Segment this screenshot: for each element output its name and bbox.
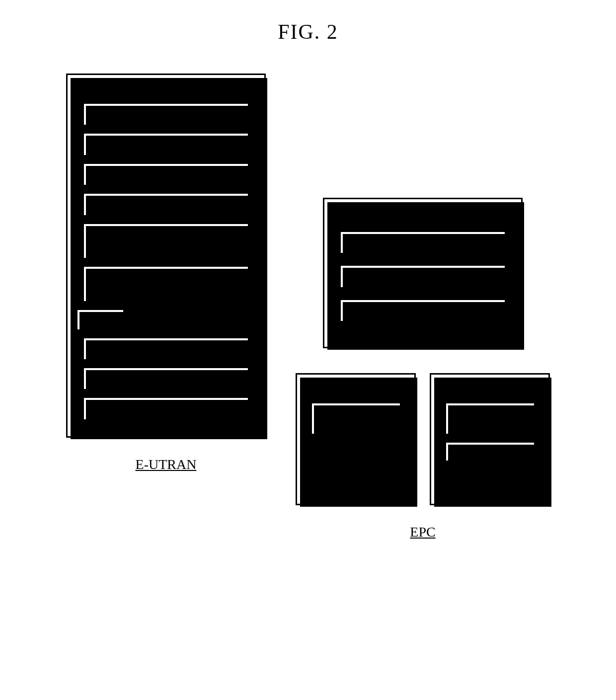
enb-item: connection mobility control (83, 163, 249, 186)
pgw-item: packet filtering (445, 442, 535, 462)
enb-label: eNB (77, 81, 255, 96)
rrc-item: RRC (77, 309, 124, 330)
enb-item: configuration and provisionof BS measure… (83, 223, 249, 259)
left-column: eNB inter-cell RRM RB control connection… (66, 74, 266, 472)
pgw-label: P-GW (440, 381, 539, 395)
enb-lower-item: PHY (83, 397, 249, 420)
figure-title: FIG. 2 (20, 20, 596, 44)
enb-item: RB control (83, 133, 249, 156)
mme-label: MME (333, 205, 512, 220)
sgw-box: S-GW mobilityanchoring (296, 373, 416, 505)
mme-item: NAS (340, 231, 506, 254)
epc-label: EPC (410, 524, 435, 540)
diagram-container: eNB inter-cell RRM RB control connection… (20, 74, 596, 540)
enb-box: eNB inter-cell RRM RB control connection… (66, 74, 266, 438)
enb-item: radio grant control (83, 193, 249, 216)
enb-item: inter-cell RRM (83, 103, 249, 126)
gateway-row: S-GW mobilityanchoring P-GW UE IP addres… (296, 373, 550, 505)
pgw-box: P-GW UE IP addressallocation packet filt… (430, 373, 550, 505)
pgw-item: UE IP addressallocation (445, 402, 535, 434)
enb-lower-item: RLC (83, 337, 249, 360)
mme-item: idle state mobility handling (340, 265, 506, 288)
mme-item: EPS bearer control (340, 299, 506, 322)
sgw-item: mobilityanchoring (311, 402, 401, 434)
mme-box: MME NAS idle state mobility handling EPS… (323, 198, 523, 348)
eutran-label: E-UTRAN (136, 457, 197, 472)
enb-item: dynamic resource allocation(scheduler) (83, 266, 249, 302)
sgw-label: S-GW (306, 381, 405, 395)
enb-lower-item: MAC (83, 367, 249, 390)
right-column: MME NAS idle state mobility handling EPS… (296, 74, 550, 540)
